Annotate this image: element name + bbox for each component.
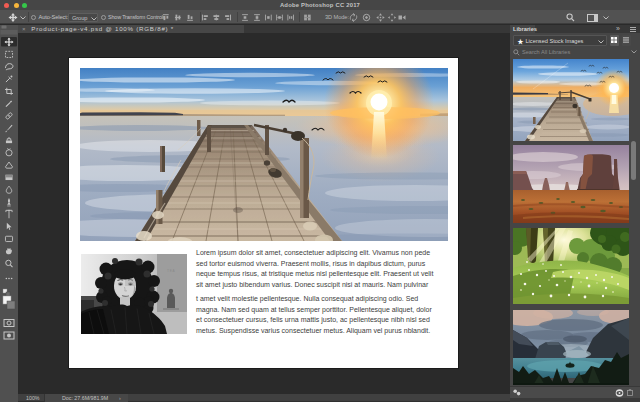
svg-text:T E A: T E A [167,269,176,273]
